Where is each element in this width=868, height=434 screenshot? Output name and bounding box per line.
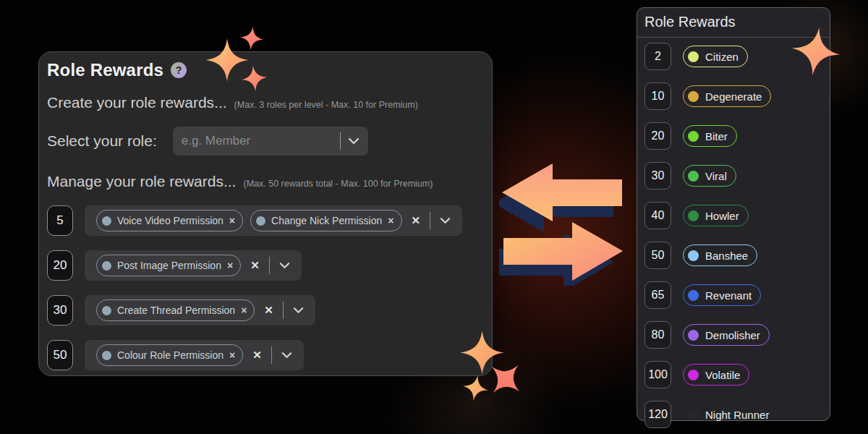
remove-tag-icon[interactable]: ×: [227, 260, 233, 271]
role-color-dot-icon: [688, 91, 699, 102]
chevron-down-icon[interactable]: [440, 217, 451, 224]
reward-row: 30 Create Thread Permission × ✕: [47, 295, 462, 326]
level-badge: 30: [47, 295, 73, 326]
role-pill: Degenerate: [683, 85, 771, 107]
role-color-dot-icon: [102, 351, 111, 360]
role-name-label: Banshee: [705, 250, 748, 262]
role-tag-label: Create Thread Permission: [117, 305, 235, 316]
sparkle-icon: [460, 373, 491, 404]
role-select-dropdown[interactable]: e.g. Member: [173, 127, 368, 156]
list-panel-title: Role Rewards: [644, 14, 736, 30]
chevron-down-icon[interactable]: [279, 262, 290, 269]
role-tag-pill[interactable]: Voice Video Permission ×: [96, 210, 243, 231]
role-pill: Night Runner: [683, 404, 778, 425]
reward-row-body: Post Image Permission × ✕: [85, 250, 302, 281]
level-badge: 50: [644, 242, 671, 269]
role-tag-pill[interactable]: Post Image Permission ×: [96, 255, 241, 276]
role-reward-list-item: 30 Viral: [644, 162, 778, 190]
clear-row-button[interactable]: ✕: [412, 214, 421, 227]
level-badge: 80: [644, 321, 671, 349]
level-badge: 100: [644, 361, 671, 388]
role-name-label: Biter: [705, 130, 728, 142]
role-reward-list-item: 120 Night Runner: [644, 401, 778, 428]
role-name-label: Howler: [705, 210, 739, 222]
level-badge: 20: [644, 122, 671, 150]
role-reward-list-item: 2 Citizen: [644, 43, 778, 70]
role-rewards-editor-panel: Role Rewards ? Create your role rewards.…: [38, 51, 493, 376]
reward-rows-list: 5 Voice Video Permission × Change Nick P…: [47, 205, 462, 370]
role-pill: Revenant: [683, 284, 761, 306]
level-badge: 50: [47, 340, 73, 370]
clear-row-button[interactable]: ✕: [264, 304, 273, 317]
chevron-down-icon[interactable]: [293, 307, 304, 314]
chevron-down-icon[interactable]: [348, 137, 359, 145]
role-color-dot-icon: [688, 370, 699, 380]
role-tag-pill[interactable]: Change Nick Permission ×: [250, 210, 401, 231]
reward-row-body: Colour Role Permission × ✕: [85, 340, 304, 370]
role-name-label: Demolisher: [705, 329, 760, 341]
role-color-dot-icon: [688, 210, 699, 221]
row-divider: [283, 302, 284, 319]
role-pill: Volatile: [683, 364, 749, 386]
clear-row-button[interactable]: ✕: [250, 259, 260, 272]
role-name-label: Volatile: [705, 369, 740, 381]
role-color-dot-icon: [102, 261, 111, 271]
remove-tag-icon[interactable]: ×: [229, 215, 235, 226]
role-pill: Demolisher: [683, 324, 770, 346]
clear-row-button[interactable]: ✕: [252, 349, 262, 362]
role-tag-pill[interactable]: Create Thread Permission ×: [96, 299, 255, 321]
remove-tag-icon[interactable]: ×: [388, 215, 393, 226]
page-title: Role Rewards: [47, 60, 163, 80]
role-name-label: Viral: [705, 170, 727, 182]
level-badge: 5: [47, 205, 73, 236]
reward-row: 20 Post Image Permission × ✕: [47, 250, 462, 281]
role-reward-list-item: 80 Demolisher: [644, 321, 778, 349]
manage-rewards-label: Manage your role rewards...: [47, 173, 236, 190]
level-badge: 120: [644, 401, 671, 428]
chevron-down-icon[interactable]: [281, 352, 292, 359]
remove-tag-icon[interactable]: ×: [229, 349, 235, 361]
sparkle-icon: [238, 25, 265, 51]
level-badge: 20: [47, 250, 73, 281]
role-pill: Howler: [683, 205, 749, 226]
role-color-dot-icon: [688, 330, 699, 341]
create-rewards-label: Create your role rewards...: [47, 94, 227, 111]
role-name-label: Degenerate: [705, 90, 762, 103]
row-divider: [430, 212, 430, 229]
remove-tag-icon[interactable]: ×: [241, 305, 247, 316]
reward-row: 50 Colour Role Permission × ✕: [47, 340, 462, 370]
role-reward-list-item: 10 Degenerate: [644, 82, 778, 110]
role-pill: Citizen: [683, 46, 748, 67]
reward-row: 5 Voice Video Permission × Change Nick P…: [47, 205, 462, 236]
level-badge: 65: [644, 281, 671, 309]
reward-row-body: Voice Video Permission × Change Nick Per…: [85, 205, 462, 236]
role-rewards-list: 2 Citizen 10 Degenerate 20 Biter 30 Vira…: [644, 43, 778, 428]
row-divider: [271, 346, 272, 364]
title-divider: [637, 37, 830, 38]
role-color-dot-icon: [688, 409, 699, 420]
dropdown-divider: [340, 132, 341, 150]
role-tag-pill[interactable]: Colour Role Permission ×: [96, 344, 243, 366]
role-pill: Viral: [683, 165, 736, 187]
role-reward-list-item: 65 Revenant: [644, 281, 778, 309]
role-select-placeholder: e.g. Member: [182, 134, 340, 148]
role-color-dot-icon: [688, 171, 699, 182]
role-pill: Biter: [683, 125, 737, 147]
role-reward-list-item: 40 Howler: [644, 202, 778, 229]
role-tag-label: Post Image Permission: [117, 260, 221, 271]
create-rewards-note: (Max. 3 roles per level - Max. 10 for Pr…: [234, 100, 418, 110]
transfer-arrows-icon: [499, 163, 626, 286]
role-color-dot-icon: [102, 306, 111, 315]
select-role-label: Select your role:: [47, 132, 157, 150]
role-tag-label: Colour Role Permission: [117, 349, 224, 361]
role-color-dot-icon: [256, 216, 265, 226]
role-rewards-list-panel: Role Rewards 2 Citizen 10 Degenerate 20 …: [637, 7, 830, 421]
role-tags: Create Thread Permission ×: [96, 299, 255, 321]
role-name-label: Revenant: [705, 289, 752, 302]
reward-row-body: Create Thread Permission × ✕: [85, 295, 315, 326]
help-icon[interactable]: ?: [171, 62, 187, 78]
role-name-label: Citizen: [705, 51, 739, 63]
role-color-dot-icon: [688, 290, 699, 301]
level-badge: 30: [644, 162, 671, 190]
role-color-dot-icon: [688, 250, 699, 261]
